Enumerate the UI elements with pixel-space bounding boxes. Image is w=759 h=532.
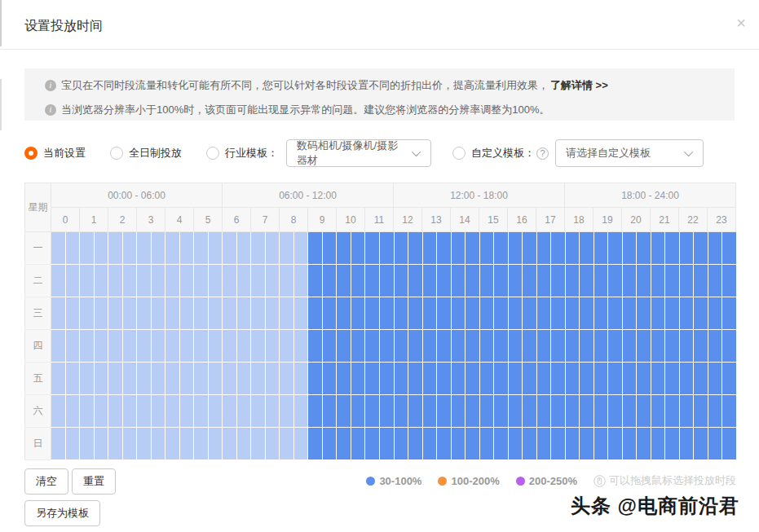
schedule-cell[interactable]: [466, 395, 479, 427]
schedule-cell[interactable]: [180, 363, 194, 394]
schedule-cell[interactable]: [365, 232, 379, 264]
schedule-cell[interactable]: [237, 265, 251, 297]
hour-label[interactable]: 8: [280, 208, 308, 232]
schedule-cell[interactable]: [209, 232, 223, 264]
hour-label[interactable]: 4: [165, 208, 194, 232]
schedule-cell[interactable]: [494, 232, 508, 264]
schedule-cell[interactable]: [180, 395, 194, 427]
hour-label[interactable]: 21: [651, 208, 679, 232]
schedule-cell[interactable]: [380, 297, 394, 329]
hour-label[interactable]: 0: [51, 208, 80, 232]
schedule-cell[interactable]: [466, 428, 479, 459]
schedule-cell[interactable]: [266, 232, 280, 264]
schedule-cell[interactable]: [380, 232, 394, 264]
schedule-cell[interactable]: [523, 363, 536, 394]
schedule-cell[interactable]: [408, 395, 422, 427]
schedule-cell[interactable]: [123, 395, 137, 427]
schedule-cell[interactable]: [480, 265, 494, 297]
schedule-cell[interactable]: [323, 363, 337, 394]
schedule-cell[interactable]: [95, 428, 108, 459]
schedule-cell[interactable]: [665, 232, 679, 264]
schedule-cell[interactable]: [323, 265, 337, 297]
schedule-cell[interactable]: [452, 395, 466, 427]
schedule-cell[interactable]: [152, 395, 165, 427]
hour-label[interactable]: 6: [223, 208, 251, 232]
schedule-cell[interactable]: [651, 395, 665, 427]
time-group-cell[interactable]: 12:00 - 18:00: [394, 183, 565, 208]
schedule-cell[interactable]: [494, 428, 508, 459]
schedule-cell[interactable]: [337, 265, 351, 297]
schedule-cell[interactable]: [637, 395, 651, 427]
schedule-cell[interactable]: [194, 395, 208, 427]
schedule-cell[interactable]: [108, 363, 122, 394]
schedule-cell[interactable]: [680, 428, 694, 459]
schedule-cell[interactable]: [209, 428, 223, 459]
schedule-cell[interactable]: [294, 232, 308, 264]
schedule-cell[interactable]: [380, 330, 394, 362]
schedule-cell[interactable]: [95, 330, 108, 362]
schedule-cell[interactable]: [466, 232, 479, 264]
radio-industry-template[interactable]: 行业模板：: [206, 146, 278, 160]
schedule-cell[interactable]: [66, 363, 80, 394]
schedule-cell[interactable]: [594, 395, 608, 427]
schedule-cell[interactable]: [365, 428, 379, 459]
schedule-cell[interactable]: [651, 297, 665, 329]
schedule-cell[interactable]: [137, 395, 151, 427]
schedule-cell[interactable]: [80, 297, 94, 329]
schedule-cell[interactable]: [580, 428, 594, 459]
schedule-cell[interactable]: [551, 330, 565, 362]
schedule-cell[interactable]: [194, 330, 208, 362]
schedule-cell[interactable]: [152, 265, 165, 297]
time-group-cell[interactable]: 06:00 - 12:00: [223, 183, 394, 208]
schedule-cell[interactable]: [351, 232, 365, 264]
schedule-cell[interactable]: [337, 330, 351, 362]
schedule-cell[interactable]: [452, 297, 466, 329]
schedule-cell[interactable]: [280, 297, 293, 329]
schedule-cell[interactable]: [237, 297, 251, 329]
schedule-cell[interactable]: [423, 265, 437, 297]
schedule-cell[interactable]: [365, 330, 379, 362]
schedule-cell[interactable]: [680, 265, 694, 297]
radio-icon[interactable]: [110, 147, 123, 160]
schedule-cell[interactable]: [123, 428, 137, 459]
schedule-cell[interactable]: [251, 297, 265, 329]
schedule-cell[interactable]: [509, 330, 523, 362]
schedule-cell[interactable]: [337, 428, 351, 459]
schedule-cell[interactable]: [623, 297, 637, 329]
schedule-cell[interactable]: [165, 363, 179, 394]
schedule-cell[interactable]: [194, 232, 208, 264]
hour-label[interactable]: 19: [594, 208, 622, 232]
close-icon[interactable]: ×: [736, 15, 746, 31]
schedule-cell[interactable]: [708, 232, 722, 264]
schedule-cell[interactable]: [395, 395, 408, 427]
schedule-cell[interactable]: [523, 395, 536, 427]
schedule-cell[interactable]: [80, 428, 94, 459]
schedule-cell[interactable]: [466, 265, 479, 297]
schedule-cell[interactable]: [365, 395, 379, 427]
schedule-cell[interactable]: [337, 363, 351, 394]
schedule-cell[interactable]: [651, 330, 665, 362]
time-group-cell[interactable]: 00:00 - 06:00: [51, 183, 223, 208]
hour-label[interactable]: 7: [251, 208, 280, 232]
schedule-cell[interactable]: [66, 330, 80, 362]
schedule-cell[interactable]: [680, 363, 694, 394]
schedule-cell[interactable]: [308, 395, 322, 427]
schedule-cell[interactable]: [294, 363, 308, 394]
schedule-cell[interactable]: [466, 297, 479, 329]
schedule-cell[interactable]: [180, 265, 194, 297]
schedule-cell[interactable]: [494, 330, 508, 362]
schedule-cell[interactable]: [494, 297, 508, 329]
schedule-cell[interactable]: [66, 428, 80, 459]
schedule-cell[interactable]: [566, 428, 580, 459]
schedule-cell[interactable]: [280, 265, 293, 297]
schedule-cell[interactable]: [194, 428, 208, 459]
schedule-cell[interactable]: [95, 265, 108, 297]
schedule-cell[interactable]: [308, 330, 322, 362]
schedule-cell[interactable]: [509, 265, 523, 297]
schedule-cell[interactable]: [722, 395, 736, 427]
clear-button[interactable]: 清空: [24, 468, 68, 495]
schedule-cell[interactable]: [395, 265, 408, 297]
schedule-cell[interactable]: [722, 297, 736, 329]
schedule-cell[interactable]: [537, 265, 551, 297]
schedule-cell[interactable]: [395, 428, 408, 459]
